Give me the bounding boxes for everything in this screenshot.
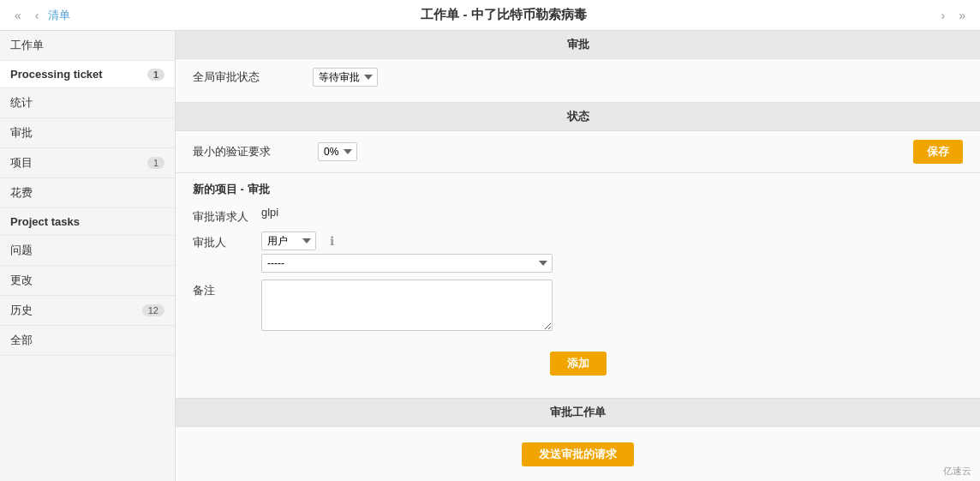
sidebar-item-label-processing-ticket: Processing ticket: [10, 68, 103, 81]
approver-label: 审批人: [193, 231, 261, 250]
approver-select-row: -----: [261, 254, 963, 273]
info-icon: ℹ: [330, 234, 334, 248]
nav-left: « ‹ 清单: [10, 7, 70, 24]
requester-value: glpi: [261, 206, 963, 219]
send-approval-area: 发送审批的请求: [176, 427, 980, 481]
approver-type-row: 用户 组 供应商 ℹ: [261, 231, 963, 250]
comment-label: 备注: [193, 280, 261, 298]
sidebar-item-label-workorder: 工作单: [10, 38, 44, 53]
sidebar-item-history[interactable]: 历史12: [0, 296, 175, 326]
min-validation-select[interactable]: 0%: [318, 142, 357, 161]
sidebar-item-expense[interactable]: 花费: [0, 178, 175, 208]
new-item-section: 新的项目 - 审批 审批请求人 glpi 审批人 用户 组 供应商: [176, 173, 980, 399]
global-approval-control: 等待审批: [313, 68, 378, 87]
sidebar-item-label-changes: 更改: [10, 273, 33, 288]
send-approval-button[interactable]: 发送审批的请求: [522, 442, 634, 466]
sidebar-badge-history: 12: [142, 304, 164, 316]
top-nav: « ‹ 清单 工作单 - 中了比特币勒索病毒 › »: [0, 0, 980, 31]
main-layout: 工作单Processing ticket1统计审批项目1花费Project ta…: [0, 31, 980, 481]
comment-row: 备注: [193, 280, 963, 331]
sidebar: 工作单Processing ticket1统计审批项目1花费Project ta…: [0, 31, 176, 481]
brand-bar: 亿速云: [935, 461, 980, 481]
sidebar-item-processing-ticket[interactable]: Processing ticket1: [0, 61, 175, 88]
requester-row: 审批请求人 glpi: [193, 206, 963, 225]
save-button[interactable]: 保存: [913, 140, 963, 164]
min-validation-row: 最小的验证要求 0% 保存: [193, 140, 963, 164]
brand-name: 亿速云: [943, 466, 971, 476]
global-approval-row: 全局审批状态 等待审批: [193, 68, 963, 87]
global-approval-label: 全局审批状态: [193, 69, 313, 85]
min-validation-control: 最小的验证要求 0%: [193, 142, 357, 161]
new-item-title: 新的项目 - 审批: [193, 182, 963, 197]
content-area: 审批 全局审批状态 等待审批 状态 最小的验证要求 0% 保存: [176, 31, 980, 481]
min-validation-section: 最小的验证要求 0% 保存: [176, 131, 980, 173]
sidebar-item-approval[interactable]: 审批: [0, 118, 175, 148]
approver-row: 审批人 用户 组 供应商 ℹ -----: [193, 231, 963, 273]
sidebar-item-changes[interactable]: 更改: [0, 266, 175, 296]
sidebar-item-label-history: 历史: [10, 303, 33, 318]
last-page-button[interactable]: »: [954, 7, 970, 24]
approver-type-select[interactable]: 用户 组 供应商: [261, 231, 316, 250]
comment-textarea[interactable]: [261, 280, 553, 331]
sidebar-item-label-approval: 审批: [10, 125, 33, 141]
global-approval-select[interactable]: 等待审批: [313, 68, 378, 87]
sidebar-badge-processing-ticket: 1: [147, 69, 164, 81]
sidebar-item-statistics[interactable]: 统计: [0, 88, 175, 118]
min-validation-label: 最小的验证要求: [193, 144, 313, 159]
sidebar-item-label-project: 项目: [10, 155, 33, 171]
page-title: 工作单 - 中了比特币勒索病毒: [421, 7, 586, 23]
first-page-button[interactable]: «: [10, 7, 26, 24]
add-button-area: 添加: [193, 338, 963, 389]
sidebar-item-label-issues: 问题: [10, 243, 33, 258]
sidebar-item-issues[interactable]: 问题: [0, 236, 175, 266]
sidebar-item-label-all: 全部: [10, 333, 33, 348]
approver-control: 用户 组 供应商 ℹ -----: [261, 231, 963, 273]
sidebar-item-label-project-tasks: Project tasks: [10, 215, 80, 228]
add-button[interactable]: 添加: [550, 352, 607, 376]
sidebar-item-project[interactable]: 项目1: [0, 148, 175, 178]
global-approval-section: 全局审批状态 等待审批: [176, 59, 980, 103]
prev-page-button[interactable]: ‹: [31, 7, 44, 24]
sidebar-item-all[interactable]: 全部: [0, 326, 175, 356]
sidebar-item-label-statistics: 统计: [10, 95, 33, 111]
sidebar-badge-project: 1: [147, 157, 164, 169]
approval-header: 审批: [176, 31, 980, 59]
requester-control: glpi: [261, 206, 963, 219]
requester-label: 审批请求人: [193, 206, 261, 225]
sidebar-item-workorder[interactable]: 工作单: [0, 31, 175, 61]
status-header: 状态: [176, 103, 980, 131]
approver-select[interactable]: -----: [261, 254, 553, 273]
next-page-button[interactable]: ›: [937, 7, 950, 24]
approval-workorder-header: 审批工作单: [176, 399, 980, 427]
sidebar-item-label-expense: 花费: [10, 185, 33, 201]
sidebar-item-project-tasks[interactable]: Project tasks: [0, 208, 175, 236]
comment-control: [261, 280, 963, 331]
list-link[interactable]: 清单: [48, 8, 70, 23]
nav-right: › »: [937, 7, 970, 24]
